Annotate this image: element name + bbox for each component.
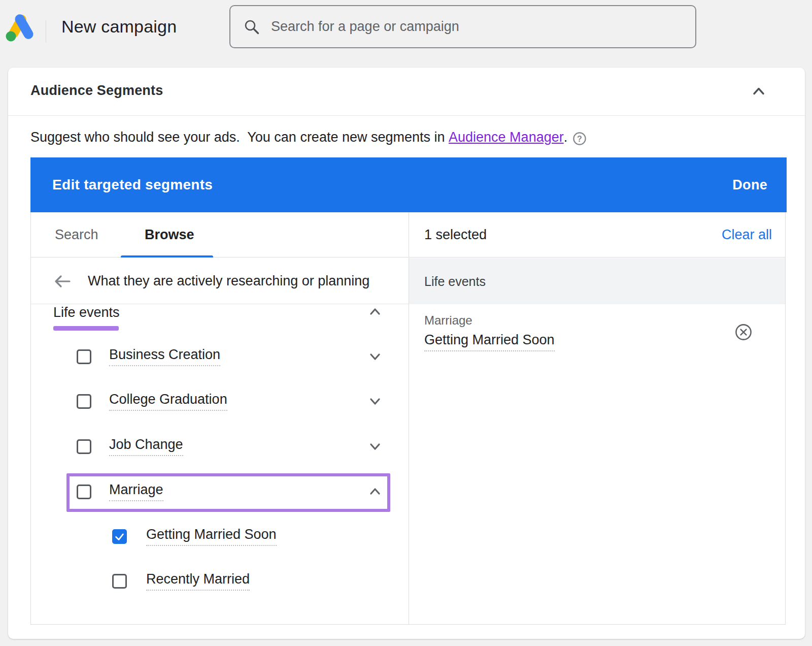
selected-segment: Marriage Getting Married Soon <box>424 313 555 351</box>
list-item-job-change[interactable]: Job Change <box>31 432 409 461</box>
checkbox[interactable] <box>77 439 91 454</box>
checkbox[interactable] <box>77 349 91 364</box>
audience-manager-link[interactable]: Audience Manager <box>449 130 564 145</box>
tab-search[interactable]: Search <box>55 227 98 243</box>
help-circle-icon[interactable]: ? <box>572 132 587 146</box>
arrow-left-icon[interactable] <box>52 273 72 290</box>
selected-panel: Life events Marriage Getting Married Soo… <box>409 258 785 625</box>
header-divider <box>46 20 46 43</box>
svg-text:?: ? <box>577 134 582 143</box>
description-text: Suggest who should see your ads. You can… <box>30 130 449 145</box>
divider <box>8 115 805 116</box>
breadcrumb: What they are actively researching or pl… <box>88 273 369 289</box>
item-label[interactable]: Job Change <box>109 437 183 456</box>
chevron-down-icon[interactable] <box>367 348 383 365</box>
checkbox[interactable] <box>112 574 127 589</box>
search-icon <box>244 19 260 35</box>
list-item-college-graduation[interactable]: College Graduation <box>31 387 409 415</box>
checkbox[interactable] <box>77 394 91 409</box>
card-description: Suggest who should see your ads. You can… <box>30 130 587 145</box>
top-bar: New campaign Search for a page or campai… <box>0 0 812 68</box>
selected-segment-name[interactable]: Getting Married Soon <box>424 331 555 351</box>
widget-header-row: Search Browse 1 selected Clear all <box>31 212 785 257</box>
checkbox-checked[interactable] <box>112 529 127 544</box>
item-label[interactable]: Recently Married <box>146 571 250 591</box>
browse-panel: What they are actively researching or pl… <box>31 258 409 625</box>
done-button[interactable]: Done <box>732 177 767 193</box>
item-label[interactable]: College Graduation <box>109 392 227 411</box>
search-placeholder: Search for a page or campaign <box>271 19 459 35</box>
selection-header: 1 selected Clear all <box>409 212 785 257</box>
global-search-input[interactable]: Search for a page or campaign <box>229 5 696 48</box>
selected-group-label: Life events <box>424 274 486 288</box>
list-item-getting-married-soon[interactable]: Getting Married Soon <box>31 522 409 551</box>
widget-title-bar: Edit targeted segments Done <box>30 157 787 212</box>
widget-content: What they are actively researching or pl… <box>31 258 785 625</box>
widget-title: Edit targeted segments <box>52 177 213 193</box>
list-item-marriage[interactable]: Marriage <box>31 477 409 506</box>
chevron-down-icon[interactable] <box>367 393 383 409</box>
chevron-down-icon[interactable] <box>367 438 383 455</box>
item-label[interactable]: Getting Married Soon <box>146 527 277 546</box>
google-ads-logo-icon <box>4 12 38 43</box>
selected-segment-category: Marriage <box>424 313 555 328</box>
active-tab-indicator <box>121 255 213 257</box>
item-label[interactable]: Business Creation <box>109 347 220 366</box>
selected-count: 1 selected <box>424 227 487 243</box>
chevron-up-icon[interactable] <box>367 483 383 500</box>
group-life-events[interactable]: Life events <box>53 305 120 320</box>
edit-targeted-segments-widget: Edit targeted segments Done Search Brows… <box>30 157 786 625</box>
tab-browse[interactable]: Browse <box>145 227 194 243</box>
x-circle-icon[interactable] <box>734 323 753 341</box>
list-item-business-creation[interactable]: Business Creation <box>31 342 409 371</box>
list-item-recently-married[interactable]: Recently Married <box>31 567 409 595</box>
checkbox[interactable] <box>77 485 91 499</box>
breadcrumb-row: What they are actively researching or pl… <box>31 258 409 304</box>
card-title: Audience Segments <box>30 83 163 99</box>
audience-segments-card: Audience Segments Suggest who should see… <box>8 68 805 639</box>
page-title: New campaign <box>61 17 177 37</box>
chevron-up-icon[interactable] <box>750 83 767 100</box>
card-header: Audience Segments <box>8 68 805 115</box>
selected-group-header: Life events <box>409 258 785 304</box>
description-period: . <box>564 130 568 145</box>
item-label[interactable]: Marriage <box>109 482 163 501</box>
widget-body: Search Browse 1 selected Clear all <box>31 212 785 625</box>
chevron-up-icon[interactable] <box>367 304 383 320</box>
purple-marker-underline <box>53 326 119 331</box>
tabs-bar: Search Browse <box>31 212 409 257</box>
clear-all-button[interactable]: Clear all <box>722 227 772 243</box>
